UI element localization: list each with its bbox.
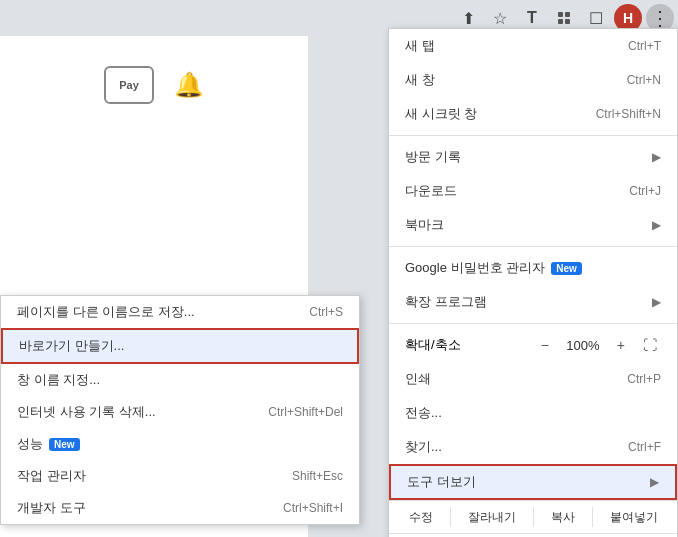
divider-2 [389, 246, 677, 247]
zoom-label: 확대/축소 [405, 336, 461, 354]
find-shortcut: Ctrl+F [628, 440, 661, 454]
zoom-controls: − 100% + ⛶ [535, 335, 661, 355]
page-icons-row: Pay 🔔 [104, 66, 204, 104]
zoom-value: 100% [563, 338, 603, 353]
print-item[interactable]: 인쇄 Ctrl+P [389, 362, 677, 396]
paste-button[interactable]: 붙여넣기 [604, 506, 664, 529]
new-tab-label: 새 탭 [405, 37, 435, 55]
downloads-item[interactable]: 다운로드 Ctrl+J [389, 174, 677, 208]
svg-rect-2 [558, 19, 563, 24]
edit-row: 수정 잘라내기 복사 붙여넣기 [389, 500, 677, 534]
password-manager-item[interactable]: Google 비밀번호 관리자 New [389, 251, 677, 285]
svg-rect-0 [558, 12, 563, 17]
cast-item[interactable]: 전송... [389, 396, 677, 430]
performance-item[interactable]: 성능 New [1, 428, 359, 460]
new-tab-shortcut: Ctrl+T [628, 39, 661, 53]
tools-submenu: 페이지를 다른 이름으로 저장... Ctrl+S 바로가기 만들기... 창 … [0, 295, 360, 525]
edit-divider-2 [533, 507, 534, 527]
divider-1 [389, 135, 677, 136]
pay-icon: Pay [104, 66, 154, 104]
bell-icon: 🔔 [174, 71, 204, 99]
clear-history-item[interactable]: 인터넷 사용 기록 삭제... Ctrl+Shift+Del [1, 396, 359, 428]
chrome-main-menu: 새 탭 Ctrl+T 새 창 Ctrl+N 새 시크릿 창 Ctrl+Shift… [388, 28, 678, 537]
zoom-row: 확대/축소 − 100% + ⛶ [389, 328, 677, 362]
new-incognito-shortcut: Ctrl+Shift+N [596, 107, 661, 121]
bookmarks-item[interactable]: 북마크 ▶ [389, 208, 677, 242]
more-tools-item[interactable]: 도구 더보기 ▶ [389, 464, 677, 500]
copy-button[interactable]: 복사 [545, 506, 581, 529]
divider-3 [389, 323, 677, 324]
extensions-label: 확장 프로그램 [405, 293, 487, 311]
new-window-shortcut: Ctrl+N [627, 73, 661, 87]
print-label: 인쇄 [405, 370, 431, 388]
new-incognito-label: 새 시크릿 창 [405, 105, 477, 123]
cut-button[interactable]: 잘라내기 [462, 506, 522, 529]
create-shortcut-item[interactable]: 바로가기 만들기... [1, 328, 359, 364]
history-label: 방문 기록 [405, 148, 461, 166]
more-tools-arrow: ▶ [650, 475, 659, 489]
task-manager-item[interactable]: 작업 관리자 Shift+Esc [1, 460, 359, 492]
find-item[interactable]: 찾기... Ctrl+F [389, 430, 677, 464]
password-manager-label: Google 비밀번호 관리자 [405, 259, 545, 277]
password-new-badge: New [551, 262, 582, 275]
more-tools-label: 도구 더보기 [407, 473, 476, 491]
save-page-item[interactable]: 페이지를 다른 이름으로 저장... Ctrl+S [1, 296, 359, 328]
developer-tools-item[interactable]: 개발자 도구 Ctrl+Shift+I [1, 492, 359, 524]
history-arrow: ▶ [652, 150, 661, 164]
new-tab-item[interactable]: 새 탭 Ctrl+T [389, 29, 677, 63]
name-window-item[interactable]: 창 이름 지정... [1, 364, 359, 396]
fullscreen-button[interactable]: ⛶ [639, 335, 661, 355]
downloads-shortcut: Ctrl+J [629, 184, 661, 198]
edit-button[interactable]: 수정 [403, 506, 439, 529]
extensions-item[interactable]: 확장 프로그램 ▶ [389, 285, 677, 319]
svg-rect-3 [565, 19, 570, 24]
find-label: 찾기... [405, 438, 442, 456]
bookmarks-arrow: ▶ [652, 218, 661, 232]
zoom-out-button[interactable]: − [535, 335, 555, 355]
svg-rect-1 [565, 12, 570, 17]
performance-new-badge: New [49, 438, 80, 451]
print-shortcut: Ctrl+P [627, 372, 661, 386]
downloads-label: 다운로드 [405, 182, 457, 200]
extensions-arrow: ▶ [652, 295, 661, 309]
zoom-in-button[interactable]: + [611, 335, 631, 355]
cast-label: 전송... [405, 404, 442, 422]
edit-divider-1 [450, 507, 451, 527]
new-window-label: 새 창 [405, 71, 435, 89]
history-item[interactable]: 방문 기록 ▶ [389, 140, 677, 174]
new-window-item[interactable]: 새 창 Ctrl+N [389, 63, 677, 97]
new-incognito-item[interactable]: 새 시크릿 창 Ctrl+Shift+N [389, 97, 677, 131]
bookmarks-label: 북마크 [405, 216, 444, 234]
edit-divider-3 [592, 507, 593, 527]
